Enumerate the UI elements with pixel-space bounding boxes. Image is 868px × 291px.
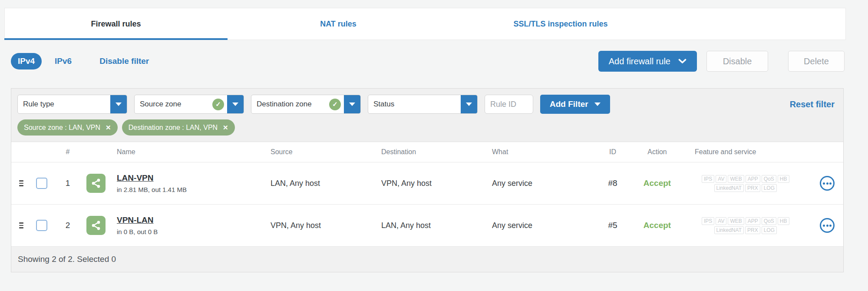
tab-ssl-tls-inspection-rules[interactable]: SSL/TLS inspection rules xyxy=(449,8,672,40)
feature-badge: LOG xyxy=(762,184,777,192)
rule-type-select[interactable]: Rule type xyxy=(17,95,127,114)
add-firewall-rule-label: Add firewall rule xyxy=(609,56,670,66)
share-icon xyxy=(86,216,106,235)
disable-button[interactable]: Disable xyxy=(706,51,768,72)
toolbar: IPv4 IPv6 Disable filter Add firewall ru… xyxy=(11,51,845,72)
feature-badge: PRX xyxy=(745,226,760,234)
rule-action-status: Accept xyxy=(630,221,684,230)
caret-down-icon xyxy=(594,103,601,106)
feature-badges: IPSAVWEBAPPQoSHB LinkedNATPRXLOG xyxy=(702,175,789,192)
row-checkbox[interactable] xyxy=(36,220,47,231)
select-label: Destination zone xyxy=(251,100,329,109)
rule-name-link[interactable]: VPN-LAN xyxy=(117,215,153,225)
table-row: 2 VPN-LAN in 0 B, out 0 B VPN, Any host … xyxy=(11,205,843,247)
select-label: Status xyxy=(368,100,461,109)
close-icon[interactable]: ✕ xyxy=(106,124,111,132)
feature-badges: IPSAVWEBAPPQoSHB LinkedNATPRXLOG xyxy=(702,217,789,234)
add-firewall-rule-button[interactable]: Add firewall rule xyxy=(598,51,697,72)
feature-badge: WEB xyxy=(728,175,744,183)
add-filter-label: Add Filter xyxy=(550,99,588,109)
select-label: Rule type xyxy=(18,100,110,109)
feature-badge: PRX xyxy=(745,184,760,192)
feature-badge: IPS xyxy=(702,175,714,183)
drag-handle-icon[interactable] xyxy=(17,221,25,230)
rule-source: VPN, Any host xyxy=(265,221,376,230)
rule-action-status: Accept xyxy=(630,179,684,188)
rule-id-input[interactable] xyxy=(485,95,533,114)
active-filter-tags: Source zone : LAN, VPN ✕ Destination zon… xyxy=(17,119,837,136)
tab-label: SSL/TLS inspection rules xyxy=(513,20,607,29)
tab-firewall-rules[interactable]: Firewall rules xyxy=(5,8,227,40)
feature-badge: QoS xyxy=(762,217,776,225)
rule-traffic: in 0 B, out 0 B xyxy=(117,228,158,235)
rule-type-tabbar: Firewall rules NAT rules SSL/TLS inspect… xyxy=(4,8,846,40)
header-name: Name xyxy=(83,148,265,156)
dropdown-arrow-icon[interactable] xyxy=(227,95,244,114)
filter-tag-source-zone[interactable]: Source zone : LAN, VPN ✕ xyxy=(17,119,118,136)
status-select[interactable]: Status xyxy=(368,95,478,114)
drag-handle-icon[interactable] xyxy=(17,179,25,188)
feature-badge: HB xyxy=(778,175,789,183)
ellipsis-menu-icon[interactable] xyxy=(820,218,835,233)
filter-tag-label: Source zone : LAN, VPN xyxy=(24,124,100,132)
table-row: 1 LAN-VPN in 2.81 MB, out 1.41 MB LAN, A… xyxy=(11,162,843,205)
tab-label: NAT rules xyxy=(320,20,356,29)
feature-badge: AV xyxy=(716,175,726,183)
share-icon xyxy=(86,174,106,193)
row-checkbox[interactable] xyxy=(36,178,47,189)
feature-badge: QoS xyxy=(762,175,776,183)
dropdown-arrow-icon[interactable] xyxy=(110,95,127,114)
ipv6-toggle[interactable]: IPv6 xyxy=(55,56,72,66)
header-what: What xyxy=(487,148,595,156)
ellipsis-menu-icon[interactable] xyxy=(820,176,835,191)
check-icon: ✓ xyxy=(329,99,341,110)
check-icon: ✓ xyxy=(212,99,224,110)
chevron-down-icon xyxy=(678,59,686,64)
close-icon[interactable]: ✕ xyxy=(223,124,228,132)
disable-filter-link[interactable]: Disable filter xyxy=(99,56,149,66)
tab-nat-rules[interactable]: NAT rules xyxy=(227,8,449,40)
rule-name-link[interactable]: LAN-VPN xyxy=(117,173,153,182)
feature-badge: APP xyxy=(746,175,760,183)
feature-badge: HB xyxy=(778,217,789,225)
feature-badge: LinkedNAT xyxy=(714,184,744,192)
firewall-rules-card: Rule type Source zone ✓ Destination zone… xyxy=(11,88,844,272)
filter-tag-label: Destination zone : LAN, VPN xyxy=(129,124,218,132)
delete-button[interactable]: Delete xyxy=(788,51,845,72)
header-number: # xyxy=(53,148,83,156)
showing-count-text: Showing 2 of 2. Selected 0 xyxy=(18,255,116,264)
feature-badge: IPS xyxy=(702,217,714,225)
toolbar-actions: Add firewall rule Disable Delete xyxy=(598,51,845,72)
destination-zone-select[interactable]: Destination zone ✓ xyxy=(251,95,361,114)
dropdown-arrow-icon[interactable] xyxy=(344,95,360,114)
rule-destination: LAN, Any host xyxy=(376,221,487,230)
filter-row: Rule type Source zone ✓ Destination zone… xyxy=(17,95,837,114)
dropdown-arrow-icon[interactable] xyxy=(461,95,477,114)
feature-badge: LinkedNAT xyxy=(714,226,744,234)
filter-panel: Rule type Source zone ✓ Destination zone… xyxy=(11,89,843,142)
tab-label: Firewall rules xyxy=(91,20,141,29)
header-destination: Destination xyxy=(376,148,487,156)
feature-badge: APP xyxy=(746,217,760,225)
header-feature-and-service: Feature and service xyxy=(684,148,843,156)
select-label: Source zone xyxy=(135,100,212,109)
feature-badge: LOG xyxy=(762,226,777,234)
source-zone-select[interactable]: Source zone ✓ xyxy=(134,95,244,114)
ipv4-toggle[interactable]: IPv4 xyxy=(11,53,42,69)
header-action: Action xyxy=(630,148,684,156)
rule-id: #5 xyxy=(595,221,630,230)
rule-destination: VPN, Any host xyxy=(376,179,487,188)
rule-what: Any service xyxy=(487,179,595,188)
rule-what: Any service xyxy=(487,221,595,230)
header-id: ID xyxy=(595,148,630,156)
rule-id: #8 xyxy=(595,179,630,188)
rule-source: LAN, Any host xyxy=(265,179,376,188)
filter-tag-destination-zone[interactable]: Destination zone : LAN, VPN ✕ xyxy=(122,119,235,136)
row-number: 2 xyxy=(53,221,83,230)
table-header: # Name Source Destination What ID Action… xyxy=(11,142,843,162)
add-filter-button[interactable]: Add Filter xyxy=(540,95,610,114)
rule-traffic: in 2.81 MB, out 1.41 MB xyxy=(117,186,187,193)
header-source: Source xyxy=(265,148,376,156)
reset-filter-link[interactable]: Reset filter xyxy=(790,99,837,109)
row-number: 1 xyxy=(53,179,83,188)
